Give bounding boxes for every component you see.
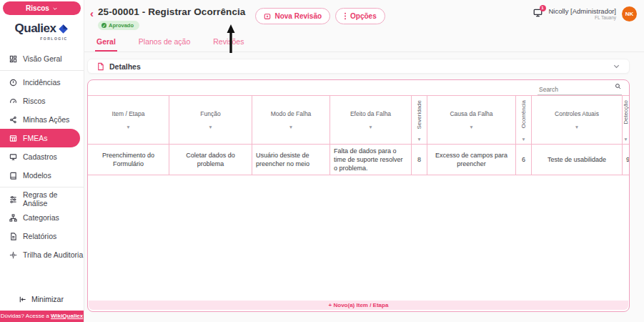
annotation-arrow (226, 24, 236, 54)
sidebar-item-regras-de-analise[interactable]: Regras de Análise (0, 190, 84, 208)
column-header-ocorrencia[interactable]: Ocorrência▼ (516, 96, 532, 144)
report-icon (9, 233, 17, 240)
filter-caret-icon[interactable]: ▼ (521, 137, 525, 142)
cell-funcao[interactable]: Coletar dados do problema (169, 145, 252, 175)
sidebar-item-minhas-acoes[interactable]: Minhas Ações (0, 110, 84, 129)
filter-caret-icon[interactable]: ▼ (289, 125, 293, 130)
search-box (538, 82, 622, 95)
avatar[interactable]: NK (622, 6, 637, 21)
cell-ocorrencia[interactable]: 6 (516, 145, 532, 175)
tab-geral[interactable]: Geral (95, 34, 117, 52)
book-icon (9, 172, 17, 180)
sliders-icon (9, 195, 17, 203)
sidebar-item-riscos[interactable]: Riscos (0, 92, 84, 110)
notification-count-badge: 1 (540, 5, 546, 11)
gauge-icon (9, 97, 17, 105)
table-toolbar (88, 80, 629, 95)
table-grid-icon (9, 135, 17, 142)
sidebar-item-visao-geral[interactable]: Visão Geral (0, 49, 84, 68)
chevron-down-icon (52, 6, 58, 11)
column-header-controles-atuais[interactable]: Controles Atuais▼ (532, 96, 623, 144)
table-header-row: Item / Etapa▼ Função▼ Modo de Falha▼ Efe… (88, 95, 629, 144)
dashboard-icon (9, 55, 17, 63)
sidebar-item-trilha-de-auditoria[interactable]: Trilha de Auditoria (0, 245, 84, 264)
status-badge: ✓ Aprovado (98, 21, 139, 30)
cell-efeito-da-falha[interactable]: Falta de dados para o time de suporte re… (330, 145, 412, 175)
divider (0, 70, 84, 71)
column-header-severidade[interactable]: Severidade▼ (412, 96, 427, 144)
tab-planos-de-acao[interactable]: Planos de ação (137, 34, 192, 52)
sidebar-item-incidencias[interactable]: Incidências (0, 73, 84, 92)
sidebar-item-categorias[interactable]: Categorias (0, 208, 84, 227)
divider (0, 187, 84, 187)
back-icon[interactable]: ‹ (90, 8, 94, 19)
document-icon (96, 62, 104, 71)
new-revision-icon (264, 13, 271, 20)
module-selector-label: Riscos (26, 4, 49, 12)
table-row: Preenchimento do Formulário Coletar dado… (88, 144, 629, 175)
user-info: Nicolly [Administrador] FL Tauany (549, 7, 617, 21)
sidebar-item-fmeas[interactable]: FMEAs (0, 129, 80, 147)
notifications-button[interactable]: 1 (532, 8, 543, 21)
new-revision-button[interactable]: Nova Revisão (255, 8, 330, 24)
filter-caret-icon[interactable]: ▼ (368, 125, 372, 130)
logo-text: Qualiex (15, 21, 56, 36)
options-button[interactable]: Opções (335, 8, 385, 24)
search-input[interactable] (538, 84, 622, 95)
details-section-header[interactable]: Detalhes (87, 59, 630, 74)
alert-circle-icon (9, 79, 17, 87)
sidebar-item-modelos[interactable]: Modelos (0, 166, 84, 185)
filter-caret-icon[interactable]: ▼ (208, 125, 212, 130)
search-icon (615, 83, 621, 89)
cell-severidade[interactable]: 8 (412, 145, 427, 175)
filter-caret-icon[interactable]: ▼ (575, 125, 579, 130)
check-icon: ✓ (101, 23, 106, 28)
filter-caret-icon[interactable]: ▼ (126, 125, 130, 130)
collapse-chevron-icon[interactable] (613, 62, 620, 70)
cell-item-etapa[interactable]: Preenchimento do Formulário (88, 145, 169, 175)
fmea-table-panel: Item / Etapa▼ Função▼ Modo de Falha▼ Efe… (87, 79, 630, 312)
minimize-sidebar-button[interactable]: Minimizar (0, 291, 84, 308)
filter-caret-icon[interactable]: ▼ (469, 125, 473, 130)
column-header-causa-da-falha[interactable]: Causa da Falha▼ (427, 96, 516, 144)
column-header-deteccao[interactable]: Detecção▼ (623, 96, 629, 144)
wiki-link[interactable]: WikiQualiex (51, 313, 83, 319)
sidebar-nav: Visão Geral Incidências Riscos Minhas Aç… (0, 49, 84, 264)
filter-caret-icon[interactable]: ▼ (417, 137, 421, 142)
share-nodes-icon (9, 116, 17, 124)
sidebar: Riscos Qualiex FORLOGIC Visão Geral Inci… (0, 0, 84, 322)
page-title: 25-00001 - Registrar Ocorrência (98, 6, 245, 17)
main-content: ‹ 25-00001 - Registrar Ocorrência ✓ Apro… (84, 0, 644, 322)
module-selector[interactable]: Riscos (3, 1, 81, 15)
details-title: Detalhes (109, 62, 141, 71)
monitor-icon (9, 153, 17, 161)
cell-causa-da-falha[interactable]: Excesso de campos para preencher (427, 145, 516, 175)
column-header-modo-de-falha[interactable]: Modo de Falha▼ (252, 96, 330, 144)
filter-caret-icon[interactable]: ▼ (623, 137, 628, 142)
cell-modo-de-falha[interactable]: Usuário desiste de preencher no meio (252, 145, 330, 175)
cell-deteccao[interactable]: 9 (623, 145, 630, 175)
collapse-left-icon (19, 296, 26, 303)
sitemap-icon (9, 214, 17, 222)
page-header: ‹ 25-00001 - Registrar Ocorrência ✓ Apro… (84, 0, 644, 30)
sidebar-item-cadastros[interactable]: Cadastros (0, 147, 84, 166)
user-name: Nicolly [Administrador] (549, 7, 617, 16)
tab-bar: Geral Planos de ação Revisões (84, 34, 644, 52)
qualiex-diamond-icon (58, 24, 69, 34)
cell-controles-atuais[interactable]: Teste de usabilidade (532, 145, 623, 175)
sidebar-item-relatorios[interactable]: Relatórios (0, 227, 84, 245)
wiki-help-banner[interactable]: Dúvidas? Acesse a WikiQualiex (0, 311, 84, 322)
column-header-funcao[interactable]: Função▼ (169, 96, 252, 144)
logo-subtext: FORLOGIC (24, 36, 84, 41)
add-item-row-button[interactable]: + Novo(a) Item / Etapa (89, 301, 628, 310)
logo: Qualiex FORLOGIC (0, 21, 84, 41)
user-company: FL Tauany (549, 15, 617, 21)
table-empty-area (88, 175, 629, 301)
column-header-item-etapa[interactable]: Item / Etapa▼ (88, 96, 169, 144)
route-icon (9, 251, 17, 259)
kebab-menu-icon (344, 12, 347, 20)
column-header-efeito-da-falha[interactable]: Efeito da Falha▼ (330, 96, 412, 144)
